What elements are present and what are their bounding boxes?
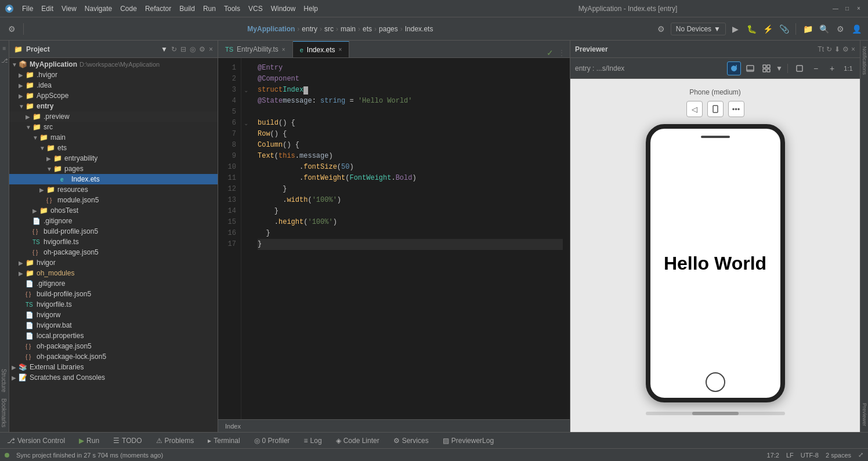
fold-marker[interactable]: ⌄ (241, 118, 251, 129)
more-options-icon[interactable]: ⋮ (558, 49, 565, 57)
minimize-button[interactable]: — (831, 4, 840, 13)
menu-navigate[interactable]: Navigate (81, 3, 115, 14)
sync-icon[interactable]: ↻ (171, 45, 177, 53)
refresh-icon[interactable]: ↻ (826, 45, 832, 53)
maximize-button[interactable]: □ (842, 4, 852, 13)
tree-item-resources[interactable]: ▶ 📁 resources (9, 184, 218, 195)
tab-run[interactable]: ▶ Run (72, 433, 106, 448)
previewer-sidebar-icon[interactable]: Previewer (862, 400, 867, 430)
tree-item-oh-package-lock[interactable]: { } oh-package-lock.json5 (9, 351, 218, 362)
device-view-btn[interactable] (743, 61, 757, 75)
tree-item-appscope[interactable]: ▶ 📁 AppScope (9, 90, 218, 101)
settings-icon2[interactable]: ⚙ (654, 22, 668, 36)
device-selector[interactable]: No Devices ▼ (671, 23, 726, 35)
tree-item-module-json[interactable]: { } module.json5 (9, 195, 218, 205)
close-prev-icon[interactable]: × (851, 45, 855, 53)
settings-prev-icon[interactable]: ⚙ (842, 45, 849, 53)
menu-vcs[interactable]: VCS (245, 3, 266, 14)
notifications-icon[interactable]: Notifications (862, 43, 867, 78)
tree-item-build-profile-root[interactable]: { } build-profile.json5 (9, 289, 218, 299)
indent-setting[interactable]: 2 spaces (826, 451, 851, 459)
close-button[interactable]: × (854, 4, 863, 13)
recent-files-icon[interactable]: 📁 (801, 22, 815, 36)
tree-item-hvigor-root[interactable]: ▶ 📁 hvigor (9, 257, 218, 268)
tab-problems[interactable]: ⚠ Problems (149, 433, 201, 448)
chevron-down-icon[interactable]: ▼ (776, 64, 783, 72)
more-phone-btn[interactable]: ••• (728, 101, 744, 117)
rotate-phone-btn[interactable] (707, 101, 724, 117)
breadcrumb-ets[interactable]: ets (363, 25, 372, 33)
tab-services[interactable]: ⚙ Services (386, 433, 436, 448)
line-ending[interactable]: LF (786, 451, 794, 459)
zoom-out-icon[interactable]: − (809, 61, 823, 75)
menu-edit[interactable]: Edit (38, 3, 57, 14)
previewer-scrollbar[interactable] (646, 412, 785, 415)
menu-file[interactable]: File (19, 3, 37, 14)
tree-item-index-ets[interactable]: e Index.ets (9, 174, 218, 184)
vcs-sidebar-icon[interactable]: ⎇ (1, 55, 9, 66)
back-phone-btn[interactable]: ◁ (686, 101, 703, 117)
search-icon[interactable]: 🔍 (817, 22, 831, 36)
tree-item-entryability[interactable]: ▶ 📁 entryability (9, 153, 218, 164)
download-icon[interactable]: ⬇ (834, 45, 840, 53)
tree-item-gitignore-entry[interactable]: 📄 .gitignore (9, 216, 218, 226)
locate-icon[interactable]: ◎ (190, 45, 196, 53)
tree-item-preview[interactable]: ▶ 📁 .preview (9, 111, 218, 122)
tree-item-src[interactable]: ▼ 📁 src (9, 122, 218, 132)
menu-help[interactable]: Help (300, 3, 321, 14)
fold-marker[interactable] (241, 239, 251, 250)
tree-item-idea[interactable]: ▶ 📁 .idea (9, 80, 218, 90)
fold-marker[interactable] (241, 96, 251, 107)
tree-item-main[interactable]: ▼ 📁 main (9, 132, 218, 143)
tree-item-myapp[interactable]: ▼ 📦 MyApplication D:\workspace\MyApplica… (9, 59, 218, 70)
fold-marker[interactable] (241, 140, 251, 151)
breadcrumb-src[interactable]: src (324, 25, 334, 33)
project-dropdown-icon[interactable]: ▼ (161, 45, 168, 53)
tab-index-ets[interactable]: e Index.ets × (293, 41, 350, 57)
fold-marker[interactable] (241, 173, 251, 184)
grid-view-btn[interactable] (760, 61, 773, 75)
fold-marker[interactable] (241, 228, 251, 239)
tab-version-control[interactable]: ⎇ Version Control (0, 433, 72, 448)
fold-marker[interactable]: ⌄ (241, 85, 251, 96)
menu-code[interactable]: Code (117, 3, 140, 14)
tree-item-ohostest[interactable]: ▶ 📁 ohosTest (9, 205, 218, 216)
debug-button[interactable]: 🐛 (744, 22, 758, 36)
font-size-icon[interactable]: Tt (818, 45, 824, 53)
project-sidebar-icon[interactable]: ≡ (1, 43, 9, 54)
profile-button[interactable]: ⚡ (761, 22, 775, 36)
settings-icon3[interactable]: ⚙ (833, 22, 847, 36)
code-editor[interactable]: 1 2 3 4 5 6 7 8 9 10 11 12 13 14 15 16 1… (218, 58, 570, 419)
expand-icon[interactable]: ⤢ (858, 451, 863, 459)
tree-item-scratches[interactable]: ▶ 📝 Scratches and Consoles (9, 372, 218, 383)
zoom-fit-icon[interactable]: 1:1 (841, 61, 855, 75)
tab-previewer-log[interactable]: ▨ PreviewerLog (436, 433, 501, 448)
tree-item-local-properties[interactable]: 📄 local.properties (9, 331, 218, 341)
tab-close-icon[interactable]: × (339, 46, 342, 53)
breadcrumb-entry[interactable]: entry (302, 25, 317, 33)
menu-run[interactable]: Run (200, 3, 219, 14)
tree-item-gitignore-root[interactable]: 📄 .gitignore (9, 278, 218, 289)
fold-marker[interactable] (241, 151, 251, 162)
breadcrumb-app[interactable]: MyApplication (247, 25, 295, 33)
cursor-position[interactable]: 17:2 (767, 451, 779, 459)
tree-item-hvigor[interactable]: ▶ 📁 .hvigor (9, 70, 218, 80)
tab-entry-ability[interactable]: TS EntryAbility.ts × (218, 41, 293, 57)
zoom-in-icon[interactable]: + (825, 61, 839, 75)
refresh-prev-btn[interactable] (727, 61, 741, 75)
fold-marker[interactable] (241, 74, 251, 85)
settings-icon[interactable]: ⚙ (5, 22, 19, 36)
run-button[interactable]: ▶ (728, 22, 742, 36)
encoding[interactable]: UTF-8 (801, 451, 819, 459)
fold-marker[interactable] (241, 184, 251, 195)
breadcrumb-file[interactable]: Index.ets (405, 25, 433, 33)
fold-marker[interactable] (241, 162, 251, 173)
menu-refactor[interactable]: Refactor (142, 3, 175, 14)
code-content[interactable]: @Entry @Component struct Index @State me… (251, 58, 570, 419)
settings-tree-icon[interactable]: ⚙ (199, 45, 205, 53)
account-icon[interactable]: 👤 (849, 22, 863, 36)
tree-item-ets[interactable]: ▼ 📁 ets (9, 143, 218, 153)
fold-marker[interactable] (241, 107, 251, 118)
collapse-all-icon[interactable]: ⊟ (180, 45, 186, 53)
bookmarks-sidebar-icon[interactable]: Bookmarks (1, 396, 9, 430)
